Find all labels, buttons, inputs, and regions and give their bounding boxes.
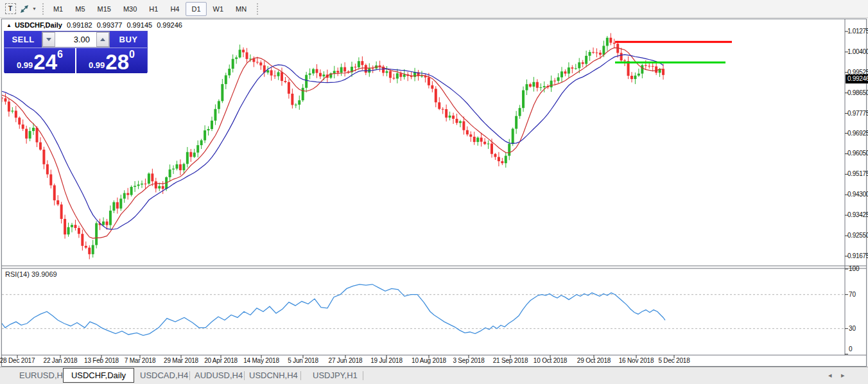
chart-tab-usdcnh[interactable]: USDCNH,H4 <box>249 371 298 380</box>
chart-tab-audusd[interactable]: AUDUSD,H4 <box>195 371 243 380</box>
chart-tab-usdcad[interactable]: USDCAD,H4 <box>140 371 188 380</box>
date-axis-label: 10 Oct 2018 <box>534 357 567 364</box>
price-axis-label: 1.01275 <box>847 28 868 35</box>
date-axis-label: 19 Jul 2018 <box>370 357 403 364</box>
rsi-indicator-label: RSI(14) 39.9069 <box>5 270 57 278</box>
timeframe-button-h1[interactable]: H1 <box>143 2 164 16</box>
price-axis-label: 0.97775 <box>847 110 868 117</box>
triangle-up-icon <box>100 38 105 41</box>
timeframe-toolbar: T ▼ M1M5M15M30H1H4D1W1MN <box>0 0 868 18</box>
date-axis-label: 3 Sep 2018 <box>453 357 484 364</box>
sell-price-pip: 6 <box>57 50 63 59</box>
date-axis-label: 29 Mar 2018 <box>164 357 198 364</box>
timeframe-button-m15[interactable]: M15 <box>92 2 117 16</box>
chart-tab-usdjpy[interactable]: USDJPY,H1 <box>313 371 358 380</box>
date-axis-label: 27 Jun 2018 <box>329 357 363 364</box>
price-axis-label: 0.94300 <box>847 191 868 198</box>
current-price-tag: 0.99246 <box>846 74 868 83</box>
arrows-tool-button[interactable]: ▼ <box>20 2 37 16</box>
volume-decrease-button[interactable] <box>42 32 55 47</box>
buy-price-big: 28 <box>105 53 129 72</box>
date-axis-label: 10 Aug 2018 <box>412 357 446 364</box>
price-axis-label: 0.91675 <box>847 252 868 259</box>
date-axis-label: 21 Sep 2018 <box>493 357 528 364</box>
timeframe-button-m30[interactable]: M30 <box>117 2 143 16</box>
sell-button[interactable]: SELL <box>4 31 42 48</box>
date-axis-label: 28 Dec 2017 <box>0 357 35 364</box>
date-axis-label: 20 Apr 2018 <box>204 357 238 364</box>
triangle-down-icon <box>46 38 51 41</box>
buy-price-prefix: 0.99 <box>89 59 105 72</box>
tab-scroll-left-icon[interactable]: ◂ <box>828 371 832 380</box>
timeframe-button-w1[interactable]: W1 <box>207 2 230 16</box>
price-axis-label: 0.96925 <box>847 130 868 137</box>
tab-separator <box>300 371 301 380</box>
volume-increase-button[interactable] <box>96 32 109 47</box>
chart-tab-bar: EURUSD,H4USDCHF,DailyUSDCAD,H4AUDUSD,H4U… <box>0 367 868 384</box>
volume-stepper: 3.00 <box>42 31 110 48</box>
collapse-panel-icon[interactable]: ▲ <box>6 22 12 28</box>
ohlc-open: 0.99182 <box>67 21 92 29</box>
chart-ohlc-header: ▲ USDCHF,Daily 0.99182 0.99377 0.99145 0… <box>6 21 182 29</box>
toolbar-grip-end <box>257 3 258 15</box>
price-axis-label: 0.95175 <box>847 170 868 177</box>
price-axis-label: 0.98650 <box>847 89 868 96</box>
buy-price-pip: 0 <box>129 50 135 59</box>
chart-tab-usdchf[interactable]: USDCHF,Daily <box>63 368 134 383</box>
tab-separator <box>363 371 363 380</box>
timeframe-button-mn[interactable]: MN <box>230 2 252 16</box>
sell-price-button[interactable]: 0.99 24 6 <box>4 48 75 73</box>
rsi-axis-label: 30 <box>849 325 856 332</box>
buy-price-button[interactable]: 0.99 28 0 <box>76 48 147 73</box>
ohlc-high: 0.99377 <box>97 21 123 29</box>
price-axis-label: 0.96050 <box>847 150 868 157</box>
one-click-trading-panel: SELL 3.00 BUY 0.99 24 6 0.99 28 0 <box>4 31 148 73</box>
date-axis-label: 13 Feb 2018 <box>84 357 119 364</box>
ohlc-low: 0.99145 <box>126 21 152 29</box>
text-tool-button[interactable]: T <box>3 2 18 16</box>
timeframe-button-m5[interactable]: M5 <box>69 2 91 16</box>
rsi-axis-label: 100 <box>849 265 860 272</box>
sell-price-prefix: 0.99 <box>17 59 33 72</box>
rsi-axis-label: 0 <box>849 345 853 353</box>
timeframe-button-d1[interactable]: D1 <box>186 2 206 16</box>
price-axis-label: 1.00400 <box>847 48 868 55</box>
date-axis-label: 16 Nov 2018 <box>619 357 654 364</box>
date-axis-label: 29 Oct 2018 <box>577 357 611 364</box>
date-axis-label: 22 Jan 2018 <box>44 357 78 364</box>
price-axis-label: 0.92550 <box>847 232 868 239</box>
timeframe-button-m1[interactable]: M1 <box>48 2 69 16</box>
chart-symbol-label: USDCHF,Daily <box>15 21 62 29</box>
ohlc-close: 0.99246 <box>157 21 182 29</box>
tab-scroll-right-icon[interactable]: ▸ <box>841 371 845 380</box>
arrows-icon <box>20 4 30 13</box>
date-axis-label: 14 May 2018 <box>243 357 279 364</box>
timeframe-button-h4[interactable]: H4 <box>164 2 185 16</box>
sell-price-big: 24 <box>33 53 57 72</box>
buy-button[interactable]: BUY <box>110 31 147 48</box>
mt4-window: T ▼ M1M5M15M30H1H4D1W1MN ▲ USDCHF,Daily … <box>0 0 868 384</box>
rsi-axis-label: 70 <box>849 291 856 298</box>
chevron-down-icon: ▼ <box>32 6 37 11</box>
toolbar-grip <box>42 3 44 15</box>
date-axis-label: 7 Mar 2018 <box>125 357 156 364</box>
date-axis-label: 5 Jun 2018 <box>288 357 318 364</box>
chart-tab-eurusd[interactable]: EURUSD,H4 <box>19 371 67 380</box>
text-tool-icon: T <box>5 3 16 14</box>
tab-separator <box>244 371 245 380</box>
volume-input[interactable]: 3.00 <box>55 32 96 47</box>
tab-separator <box>189 371 190 380</box>
date-axis-label: 5 Dec 2018 <box>658 357 690 364</box>
price-axis-label: 0.93425 <box>847 211 868 218</box>
